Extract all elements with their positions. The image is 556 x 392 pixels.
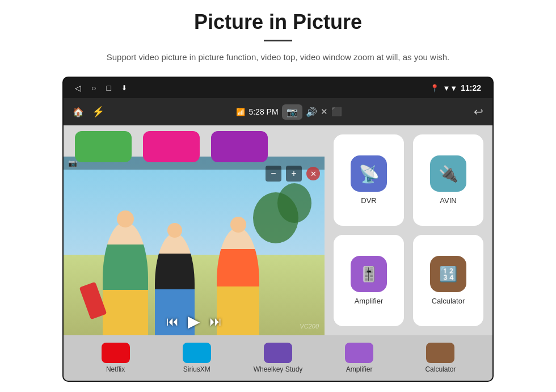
play-button[interactable]: ▶ xyxy=(188,312,200,331)
prev-button[interactable]: ⏮ xyxy=(166,314,179,329)
nav-download-icon: ⬇ xyxy=(121,84,127,92)
nav-recent-icon[interactable]: □ xyxy=(106,83,111,92)
siriusxm-label: SiriusXM xyxy=(183,365,210,373)
app-grid-area: 📷 − + ✕ ⏮ ▶ ⏭ VC200 xyxy=(64,125,492,335)
close-icon[interactable]: ✕ xyxy=(321,107,328,117)
right-app-grid: 📡 DVR 🔌 AVIN 🎚️ Amplifier xyxy=(325,125,492,335)
netflix-icon xyxy=(102,343,130,363)
calculator-label: Calculator xyxy=(432,297,465,305)
netflix-label: Netflix xyxy=(106,365,125,373)
avin-icon: 🔌 xyxy=(439,165,458,183)
dvr-icon: 📡 xyxy=(359,164,380,184)
usb-icon: ⚡ xyxy=(92,106,104,118)
nav-buttons: ◁ ○ □ ⬇ xyxy=(75,83,127,92)
nav-home-icon[interactable]: ○ xyxy=(91,83,96,92)
amplifier-bottom-label: Amplifier xyxy=(346,365,373,373)
title-divider xyxy=(264,40,292,41)
pip-icon[interactable]: ⬛ xyxy=(331,107,342,117)
amplifier-bottom-icon xyxy=(345,343,373,363)
video-pip[interactable]: 📷 − + ✕ ⏮ ▶ ⏭ VC200 xyxy=(64,157,325,335)
app-calculator[interactable]: 🔢 Calculator xyxy=(413,235,483,326)
status-time: 11:22 xyxy=(461,83,481,92)
wifi-icon: ▼▼ xyxy=(443,84,457,92)
video-playback-controls: ⏮ ▶ ⏭ xyxy=(166,312,222,331)
bottom-amplifier[interactable]: Amplifier xyxy=(319,343,400,373)
next-button[interactable]: ⏭ xyxy=(209,314,222,329)
app-bar-time: 5:28 PM xyxy=(248,107,278,116)
camera-icon[interactable]: 📷 xyxy=(282,104,302,120)
dvr-icon-box: 📡 xyxy=(351,155,387,192)
app-bar-center: 📶 5:28 PM 📷 🔊 ✕ ⬛ xyxy=(236,104,342,120)
status-bar-right: 📍 ▼▼ 11:22 xyxy=(430,83,481,92)
app-amplifier[interactable]: 🎚️ Amplifier xyxy=(334,235,404,326)
bottom-app-strip: Netflix SiriusXM Wheelkey Study Amplifie… xyxy=(64,335,492,381)
app-bar-right: ↩ xyxy=(474,105,483,119)
calculator-bottom-label: Calculator xyxy=(425,365,456,373)
status-bar: ◁ ○ □ ⬇ 📍 ▼▼ 11:22 xyxy=(64,78,492,98)
calculator-bottom-icon xyxy=(426,343,454,363)
volume-icon[interactable]: 🔊 xyxy=(306,107,317,117)
wheelkey-label: Wheelkey Study xyxy=(254,365,303,373)
home-icon[interactable]: 🏠 xyxy=(73,107,84,117)
siriusxm-icon xyxy=(183,343,211,363)
calculator-icon-box: 🔢 xyxy=(430,256,466,292)
calculator-icon: 🔢 xyxy=(439,265,457,283)
pip-grow-button[interactable]: + xyxy=(286,166,302,182)
dvr-label: DVR xyxy=(361,196,376,205)
app-dvr[interactable]: 📡 DVR xyxy=(334,134,404,226)
person-1 xyxy=(103,222,148,335)
wifi-status-icon: 📶 xyxy=(236,108,245,116)
back-icon[interactable]: ↩ xyxy=(474,105,483,119)
nav-back-icon[interactable]: ◁ xyxy=(75,83,81,92)
pip-overlay: 📷 − + ✕ ⏮ ▶ ⏭ VC200 xyxy=(64,125,325,335)
tree-2 xyxy=(277,183,311,223)
watermark: VC200 xyxy=(300,323,319,330)
avin-icon-box: 🔌 xyxy=(430,155,466,192)
top-app-row xyxy=(64,125,325,168)
amplifier-icon-box: 🎚️ xyxy=(351,256,387,292)
pip-shrink-button[interactable]: − xyxy=(266,166,281,182)
location-icon: 📍 xyxy=(430,84,439,92)
app-avin[interactable]: 🔌 AVIN xyxy=(413,134,483,226)
bottom-wheelkey[interactable]: Wheelkey Study xyxy=(237,343,318,373)
amplifier-icon: 🎚️ xyxy=(360,265,378,283)
bottom-siriusxm[interactable]: SiriusXM xyxy=(156,343,237,373)
stub-sirius xyxy=(143,131,200,162)
device-frame: ◁ ○ □ ⬇ 📍 ▼▼ 11:22 🏠 ⚡ 📶 5:28 PM 📷 🔊 xyxy=(62,77,494,382)
app-bar-left: 🏠 ⚡ xyxy=(73,106,104,118)
bottom-netflix[interactable]: Netflix xyxy=(75,343,156,373)
app-bar: 🏠 ⚡ 📶 5:28 PM 📷 🔊 ✕ ⬛ ↩ xyxy=(64,98,492,125)
avin-label: AVIN xyxy=(440,196,456,205)
wheelkey-icon xyxy=(264,343,292,363)
amplifier-label: Amplifier xyxy=(355,297,384,305)
page-subtitle: Support video picture in picture functio… xyxy=(107,50,449,64)
page-title: Picture in Picture xyxy=(194,10,362,34)
stub-wheelkey xyxy=(211,131,268,162)
bottom-calculator[interactable]: Calculator xyxy=(400,343,481,373)
pip-close-button[interactable]: ✕ xyxy=(306,167,320,180)
person-3 xyxy=(217,227,259,335)
stub-netflix xyxy=(75,131,132,162)
